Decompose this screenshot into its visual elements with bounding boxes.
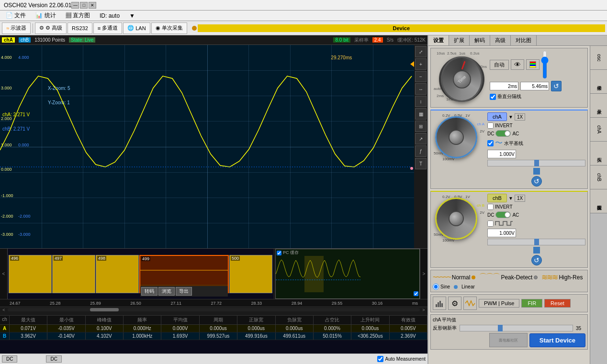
advanced-button[interactable]: ⚙ ⚙ 高级 — [35, 22, 67, 34]
menu-dropdown[interactable]: ▼ — [125, 11, 139, 20]
ch-a-coupling-toggle[interactable] — [495, 130, 511, 137]
vtab-sampler[interactable]: 采样卡 — [590, 70, 607, 94]
pc-buffer-overlay-checkbox[interactable] — [414, 291, 418, 296]
ch-a-reset-button[interactable]: ↺ — [531, 176, 542, 187]
ch-b-reset-button[interactable]: ↺ — [531, 255, 542, 265]
eye-icon-button[interactable]: 👁 — [511, 59, 524, 70]
ch-a-1x[interactable]: 1X — [515, 113, 525, 121]
ch-b-chevron[interactable]: ▼ — [508, 196, 513, 201]
reset-button[interactable]: Reset — [544, 299, 571, 308]
bar-chart-button[interactable] — [433, 297, 446, 310]
time-apply-button[interactable]: ↺ — [551, 81, 562, 91]
tab-decode[interactable]: 解码 — [470, 35, 490, 45]
export-button[interactable]: 导出 — [176, 287, 192, 296]
scroll-left[interactable]: < — [0, 249, 8, 299]
time-fine-input[interactable] — [520, 82, 549, 90]
scroll-right[interactable]: > — [420, 249, 427, 299]
grid-color-button[interactable] — [526, 59, 540, 70]
oscilloscope-button[interactable]: ≈ 示波器 — [2, 22, 31, 34]
thumb-500[interactable]: 500 — [229, 255, 272, 293]
slope-slider[interactable] — [460, 325, 573, 331]
start-device-button[interactable]: Start Device — [529, 333, 585, 347]
lan-button[interactable]: 🌐 LAN — [123, 22, 150, 34]
linear-radio[interactable]: Linear — [461, 284, 475, 289]
single-capture-button[interactable]: ◉ 单次采集 — [151, 22, 187, 34]
text-button[interactable]: T — [415, 158, 427, 169]
menu-stats[interactable]: 📊 统计 — [32, 11, 59, 21]
auto-label[interactable]: 自动 — [490, 60, 509, 70]
thumb-496[interactable]: 496 — [9, 255, 52, 293]
bars-button[interactable]: ▦ — [415, 108, 427, 120]
ch-b-dc-button[interactable]: DC — [46, 355, 61, 363]
fit-view-button[interactable]: ⤢ — [415, 46, 427, 57]
vtab-osc[interactable]: osc — [590, 46, 607, 70]
grid-lines-checkbox[interactable] — [490, 94, 496, 100]
ch-a-knob[interactable] — [435, 116, 477, 158]
ch-b-digital-checkbox[interactable] — [487, 221, 494, 227]
tab-expand[interactable]: 扩展 — [449, 35, 470, 45]
ch-b-invert-checkbox[interactable] — [487, 204, 494, 210]
ch-a-baseline-input[interactable] — [487, 150, 516, 158]
ch-a-invert-checkbox[interactable] — [487, 122, 494, 129]
scroll-right-arrow[interactable]: > — [423, 271, 426, 276]
ch-a-dc-button[interactable]: DC — [2, 355, 17, 363]
vtab-record[interactable]: 录象 — [590, 94, 607, 118]
zoom-out-button[interactable]: − — [415, 71, 427, 82]
hscroll-track[interactable] — [8, 308, 420, 311]
ch-b-knob[interactable] — [435, 198, 477, 240]
menu-id[interactable]: ID: auto — [96, 11, 124, 20]
decode-button[interactable]: 转码 — [141, 287, 157, 296]
scroll-left-arrow[interactable]: < — [2, 271, 5, 276]
tab-advanced[interactable]: 高级 — [490, 35, 511, 45]
h-measure-button[interactable]: ↔ — [415, 83, 427, 95]
menu-file[interactable]: 📄 文件 — [2, 11, 30, 21]
menu-histogram[interactable]: ▦ 直方图 — [62, 11, 94, 21]
close-button[interactable]: ✕ — [89, 2, 96, 9]
ch-a-chevron[interactable]: ▼ — [508, 114, 513, 120]
multichannel-button[interactable]: ≡ 多通道 — [93, 22, 122, 34]
ch-a-button[interactable]: chA — [487, 112, 507, 121]
minimize-button[interactable]: — — [71, 2, 79, 9]
func-button[interactable]: ƒ — [415, 145, 427, 157]
vtab-chb[interactable]: chB — [590, 165, 607, 189]
maximize-button[interactable]: □ — [80, 2, 88, 9]
trigger-button[interactable]: ↗ — [415, 133, 427, 144]
ch-b-baseline-input[interactable] — [487, 229, 516, 237]
ch-b-baseline-slider[interactable] — [487, 239, 585, 245]
fir-button[interactable]: FIR — [521, 299, 542, 308]
thumb-498[interactable]: 498 — [96, 255, 139, 293]
time-value-input[interactable] — [490, 82, 518, 90]
sine-radio-input[interactable] — [433, 284, 439, 290]
tab-compare[interactable]: 对比图 — [511, 35, 537, 45]
grid-button[interactable]: ⊞ — [415, 121, 427, 132]
rs232-button[interactable]: RS232 — [67, 22, 92, 34]
ch-a-baseline-checkbox[interactable] — [487, 140, 494, 146]
time-knob[interactable]: Time — [439, 56, 484, 102]
pwm-pulse-button[interactable]: PWM | Pulse — [479, 299, 519, 308]
zoom-in-button[interactable]: + — [415, 58, 427, 70]
vtab-cha[interactable]: chA — [590, 118, 607, 142]
pc-buffer-checkbox[interactable] — [277, 251, 281, 255]
hscroll-left[interactable]: < — [0, 307, 8, 312]
gear-button[interactable]: ⚙ — [448, 297, 461, 310]
auto-meas-checkbox[interactable] — [377, 356, 383, 362]
vtab-probe-a[interactable]: 探头 — [590, 142, 607, 165]
ch-b-coupling-toggle[interactable] — [495, 211, 511, 218]
ch-b-button[interactable]: chB — [487, 194, 507, 202]
thumb-scrollbar[interactable]: < > — [0, 307, 427, 312]
wave-chart-button[interactable] — [463, 297, 477, 310]
waveform-display[interactable]: 4.000 3.000 2.000 1.000 0.000 -1.000 -2.… — [0, 45, 414, 248]
hscroll-right[interactable]: > — [420, 307, 427, 312]
ch-a-baseline-slider[interactable] — [487, 160, 585, 166]
thumb-499[interactable]: 499 转码 浏览 导出 — [139, 255, 229, 293]
hscroll-thumb[interactable] — [90, 308, 119, 311]
time-knob-disk[interactable]: Time — [441, 56, 483, 102]
ch-b-1x[interactable]: 1X — [515, 195, 525, 202]
tab-settings[interactable]: 设置 — [428, 35, 449, 45]
v-measure-button[interactable]: ↕ — [415, 96, 427, 107]
vtab-logic[interactable]: 逻辑探头 — [590, 189, 607, 213]
sine-radio[interactable]: Sine — [433, 284, 450, 290]
browse-button[interactable]: 浏览 — [158, 287, 175, 296]
thumb-497[interactable]: 497 — [52, 255, 95, 293]
time-v-slider[interactable] — [541, 50, 548, 79]
